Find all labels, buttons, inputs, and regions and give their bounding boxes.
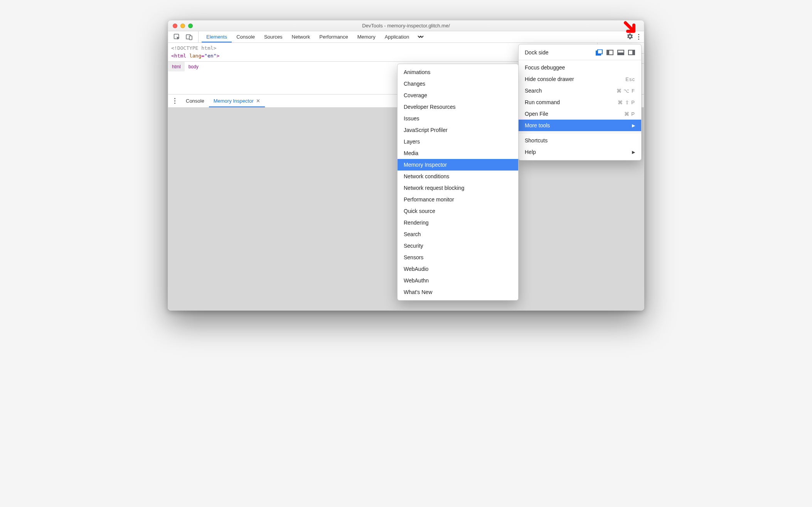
- submenu-item-security[interactable]: Security: [398, 240, 518, 252]
- submenu-item-issues[interactable]: Issues: [398, 113, 518, 124]
- main-toolbar: ElementsConsoleSourcesNetworkPerformance…: [168, 31, 644, 43]
- submenu-item-webauthn[interactable]: WebAuthn: [398, 275, 518, 286]
- drawer-tab-memory-inspector[interactable]: Memory Inspector✕: [209, 95, 265, 107]
- submenu-item-javascript-profiler[interactable]: JavaScript Profiler: [398, 124, 518, 136]
- dock-left-icon[interactable]: [606, 50, 613, 55]
- menu-item-run-command[interactable]: Run command⌘ ⇧ P: [519, 96, 641, 108]
- submenu-item-developer-resources[interactable]: Developer Resources: [398, 101, 518, 113]
- menu-item-focus-debuggee[interactable]: Focus debuggee: [519, 62, 641, 73]
- breadcrumb-html[interactable]: html: [168, 62, 185, 71]
- submenu-chevron-icon: ▶: [632, 150, 635, 155]
- close-tab-icon[interactable]: ✕: [256, 98, 260, 104]
- submenu-chevron-icon: ▶: [632, 123, 635, 128]
- submenu-item-quick-source[interactable]: Quick source: [398, 205, 518, 217]
- window-titlebar: DevTools - memory-inspector.glitch.me/: [168, 20, 644, 31]
- panel-tab-network[interactable]: Network: [287, 31, 315, 42]
- kebab-menu-button[interactable]: [638, 34, 639, 40]
- more-panels-button[interactable]: [414, 31, 428, 42]
- devtools-window: DevTools - memory-inspector.glitch.me/ E…: [168, 20, 644, 311]
- submenu-item-performance-monitor[interactable]: Performance monitor: [398, 194, 518, 205]
- panel-tabs: ElementsConsoleSourcesNetworkPerformance…: [199, 31, 414, 42]
- dock-bottom-icon[interactable]: [617, 50, 624, 55]
- menu-item-shortcuts[interactable]: Shortcuts: [519, 135, 641, 146]
- menu-item-hide-console-drawer[interactable]: Hide console drawerEsc: [519, 73, 641, 85]
- menu-item-search[interactable]: Search⌘ ⌥ F: [519, 85, 641, 96]
- submenu-item-search[interactable]: Search: [398, 228, 518, 240]
- menu-item-more-tools[interactable]: More tools ▶: [519, 120, 641, 131]
- submenu-item-animations[interactable]: Animations: [398, 66, 518, 78]
- dock-side-row: Dock side: [519, 47, 641, 58]
- menu-item-help[interactable]: Help▶: [519, 146, 641, 158]
- submenu-item-rendering[interactable]: Rendering: [398, 217, 518, 228]
- menu-item-open-file[interactable]: Open File⌘ P: [519, 108, 641, 120]
- submenu-item-changes[interactable]: Changes: [398, 78, 518, 90]
- inspect-element-icon[interactable]: [174, 34, 180, 41]
- menu-separator: [519, 133, 641, 133]
- menu-separator: [519, 60, 641, 60]
- more-tools-submenu: AnimationsChangesCoverageDeveloper Resou…: [397, 64, 519, 301]
- submenu-item-sensors[interactable]: Sensors: [398, 252, 518, 263]
- dom-line-doctype: <!DOCTYPE html>: [171, 45, 216, 51]
- minimize-window-button[interactable]: [180, 24, 185, 28]
- drawer-kebab-button[interactable]: [168, 95, 181, 107]
- close-window-button[interactable]: [173, 24, 177, 28]
- panel-tab-sources[interactable]: Sources: [259, 31, 287, 42]
- panel-tab-application[interactable]: Application: [380, 31, 414, 42]
- panel-tab-elements[interactable]: Elements: [202, 31, 232, 42]
- dock-right-icon[interactable]: [628, 50, 635, 55]
- submenu-item-network-request-blocking[interactable]: Network request blocking: [398, 182, 518, 194]
- svg-rect-6: [607, 50, 609, 55]
- submenu-item-webaudio[interactable]: WebAudio: [398, 263, 518, 275]
- submenu-item-network-conditions[interactable]: Network conditions: [398, 171, 518, 182]
- panel-tab-console[interactable]: Console: [232, 31, 259, 42]
- svg-rect-4: [598, 50, 602, 54]
- submenu-item-layers[interactable]: Layers: [398, 136, 518, 147]
- panel-tab-memory[interactable]: Memory: [353, 31, 380, 42]
- main-menu: Dock side Focus debuggeeHide console dra…: [518, 44, 642, 161]
- dock-side-label: Dock side: [525, 49, 548, 56]
- svg-rect-8: [618, 53, 624, 55]
- submenu-item-coverage[interactable]: Coverage: [398, 90, 518, 101]
- submenu-item-memory-inspector[interactable]: Memory Inspector: [398, 159, 518, 171]
- svg-rect-10: [633, 50, 635, 55]
- more-tools-label: More tools: [525, 122, 550, 128]
- drawer-tab-console[interactable]: Console: [181, 95, 209, 107]
- submenu-item-what-s-new[interactable]: What's New: [398, 286, 518, 298]
- dock-undock-icon[interactable]: [596, 49, 603, 56]
- device-toolbar-icon[interactable]: [186, 34, 193, 41]
- panel-tab-performance[interactable]: Performance: [315, 31, 352, 42]
- submenu-item-media[interactable]: Media: [398, 147, 518, 159]
- zoom-window-button[interactable]: [188, 24, 193, 28]
- settings-gear-icon[interactable]: [627, 33, 633, 41]
- traffic-lights: [168, 24, 193, 28]
- svg-rect-2: [189, 36, 192, 40]
- breadcrumb-body[interactable]: body: [185, 62, 202, 71]
- window-title: DevTools - memory-inspector.glitch.me/: [168, 23, 644, 29]
